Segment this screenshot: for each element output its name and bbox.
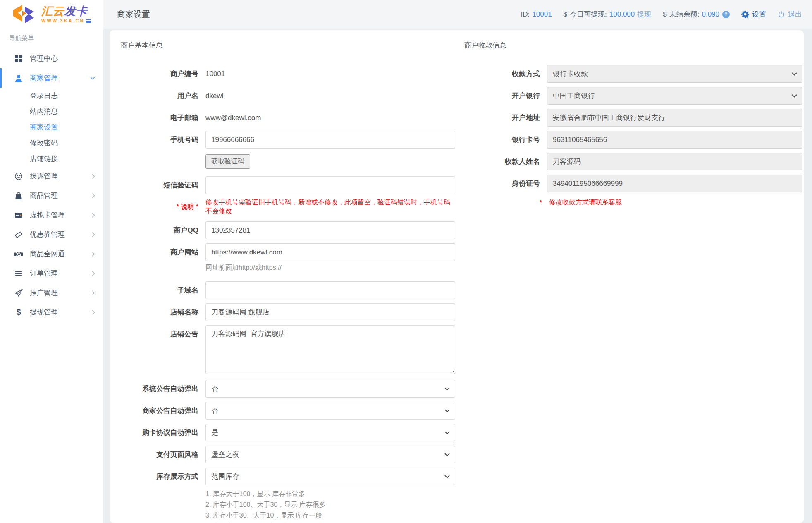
shop-name-input[interactable] xyxy=(205,303,455,321)
unsettled-label: 未结余额: xyxy=(669,10,700,19)
unsettled-value: 0.090 xyxy=(702,10,719,19)
nav-section-label: 导航菜单 xyxy=(0,29,103,49)
sidebar-item-login-log[interactable]: 登录日志 xyxy=(0,88,103,103)
shop-notice-popup-select[interactable]: 否 xyxy=(205,402,455,420)
sidebar-item-label: 虚拟卡管理 xyxy=(30,210,65,220)
sidebar-item-dashboard[interactable]: 管理中心 xyxy=(0,49,103,68)
sidebar-item-label: 提现管理 xyxy=(30,307,58,317)
basic-info-section: 商户基本信息 商户编号 10001 用户名 dkewl 电子邮箱 www@dke… xyxy=(110,41,455,523)
sidebar-item-site-message[interactable]: 站内消息 xyxy=(0,103,103,119)
payment-note-text: 修改收款方式请联系客服 xyxy=(549,198,622,207)
section-title-payment: 商户收款信息 xyxy=(464,41,802,50)
payee-name-input[interactable] xyxy=(547,153,802,170)
id-number-input[interactable] xyxy=(547,175,802,192)
sidebar-item-withdraw[interactable]: $ 提现管理 xyxy=(0,302,103,322)
website-input[interactable] xyxy=(205,243,455,261)
row-sms-code: 短信验证码 xyxy=(121,176,455,194)
bank-label: 开户银行 xyxy=(464,87,547,105)
withdrawable-group: $ 今日可提现: 100.000 提现 xyxy=(564,10,652,19)
stock-display-hints: 1. 库存大于100，显示 库存非常多 2. 库存小于100、大于30，显示 库… xyxy=(205,489,455,523)
chevron-right-icon xyxy=(92,232,95,237)
user-icon xyxy=(14,74,24,82)
sidebar-item-complaints[interactable]: 投诉管理 xyxy=(0,166,103,186)
sms-code-input[interactable] xyxy=(205,176,455,194)
brand-logo-icon xyxy=(12,5,36,24)
merchant-no-label: 商户编号 xyxy=(121,65,205,83)
withdraw-link[interactable]: 提现 xyxy=(637,10,651,19)
card-no-label: 银行卡号 xyxy=(464,131,547,149)
chevron-right-icon xyxy=(92,271,95,276)
logout-button[interactable]: 退出 xyxy=(778,10,802,19)
settings-card: 商户基本信息 商户编号 10001 用户名 dkewl 电子邮箱 www@dke… xyxy=(110,30,804,523)
credit-card-icon xyxy=(14,211,24,219)
subdomain-input[interactable] xyxy=(205,281,455,299)
frown-icon xyxy=(14,172,24,180)
grid-icon xyxy=(14,55,24,63)
row-payee-name: 收款人姓名 xyxy=(464,153,802,170)
power-icon xyxy=(778,11,785,18)
sidebar: 汇云发卡 WWW.3KA.CN 导航菜单 管理中心 商家管理 xyxy=(0,0,103,523)
sidebar-item-change-password[interactable]: 修改密码 xyxy=(0,135,103,151)
sidebar-item-promotion[interactable]: 推广管理 xyxy=(0,283,103,302)
card-no-input[interactable] xyxy=(547,131,802,149)
website-hint: 网址前面加http://或https:// xyxy=(205,264,455,272)
website-label: 商户网站 xyxy=(121,243,205,276)
sidebar-item-label: 商品管理 xyxy=(30,191,58,200)
dollar-icon: $ xyxy=(14,307,24,317)
brand-logo[interactable]: 汇云发卡 WWW.3KA.CN xyxy=(0,0,103,29)
payment-method-select[interactable]: 银行卡收款 xyxy=(547,65,802,83)
stock-hint-1: 1. 库存大于100，显示 库存非常多 xyxy=(205,489,455,499)
row-phone: 手机号码 xyxy=(121,131,455,149)
gear-icon xyxy=(741,10,749,18)
phone-input[interactable] xyxy=(205,131,455,149)
row-payment-method: 收款方式 银行卡收款 xyxy=(464,65,802,83)
help-badge[interactable]: ? xyxy=(722,11,730,18)
topbar: 商家设置 ID: 10001 $ 今日可提现: 100.000 提现 $ 未结余… xyxy=(103,0,812,29)
shop-notice-label: 店铺公告 xyxy=(121,325,205,376)
stock-display-select[interactable]: 范围库存 xyxy=(205,468,455,485)
sidebar-item-label: 投诉管理 xyxy=(30,171,58,181)
sidebar-item-label: 订单管理 xyxy=(30,269,58,278)
row-id-number: 身份证号 xyxy=(464,175,802,192)
submenu-label: 站内消息 xyxy=(30,107,58,116)
qq-label: 商户QQ xyxy=(121,221,205,239)
row-bank: 开户银行 中国工商银行 xyxy=(464,87,802,105)
payee-name-label: 收款人姓名 xyxy=(464,153,547,170)
topbar-right: ID: 10001 $ 今日可提现: 100.000 提现 $ 未结余额: 0.… xyxy=(509,10,802,19)
row-email: 电子邮箱 www@dkewl.com xyxy=(121,109,455,127)
row-shop-notice: 店铺公告 刀客源码网 官方旗舰店 xyxy=(121,325,455,376)
settings-button[interactable]: 设置 xyxy=(741,10,766,19)
row-pay-style: 支付页面风格 堡垒之夜 xyxy=(121,446,455,463)
submenu-label: 登录日志 xyxy=(30,91,58,101)
sidebar-item-orders[interactable]: 订单管理 xyxy=(0,264,103,283)
sidebar-item-coupons[interactable]: 优惠券管理 xyxy=(0,225,103,244)
id-label: ID: xyxy=(521,10,530,19)
row-phone-note: * 说明 * 修改手机号需验证旧手机号码，新增或不修改，此项留空，验证码错误时，… xyxy=(121,198,455,216)
bank-address-input[interactable] xyxy=(547,109,802,127)
sidebar-item-virtual-cards[interactable]: 虚拟卡管理 xyxy=(0,205,103,225)
logout-label: 退出 xyxy=(788,10,802,19)
chevron-right-icon xyxy=(92,290,95,295)
sidebar-item-shop-link[interactable]: 店铺链接 xyxy=(0,151,103,166)
sidebar-item-merchant-settings[interactable]: 商家设置 xyxy=(0,119,103,135)
pay-style-select[interactable]: 堡垒之夜 xyxy=(205,446,455,463)
row-sys-notice-popup: 系统公告自动弹出 否 xyxy=(121,380,455,398)
qq-input[interactable] xyxy=(205,221,455,239)
chevron-right-icon xyxy=(92,252,95,257)
row-agreement-popup: 购卡协议自动弹出 是 xyxy=(121,424,455,441)
shop-notice-textarea[interactable]: 刀客源码网 官方旗舰店 xyxy=(205,325,455,374)
sidebar-item-merchant[interactable]: 商家管理 xyxy=(0,68,103,88)
agreement-popup-select[interactable]: 是 xyxy=(205,424,455,441)
bank-select[interactable]: 中国工商银行 xyxy=(547,87,802,105)
card-glyph-icon xyxy=(86,19,91,23)
row-website: 商户网站 网址前面加http://或https:// xyxy=(121,243,455,276)
dollar-icon: $ xyxy=(663,10,666,19)
get-code-button[interactable]: 获取验证码 xyxy=(205,154,250,169)
id-number-label: 身份证号 xyxy=(464,175,547,192)
submenu-label: 修改密码 xyxy=(30,138,58,148)
row-card-no: 银行卡号 xyxy=(464,131,802,149)
sidebar-item-products[interactable]: 商品管理 xyxy=(0,186,103,205)
brand-domain: WWW.3KA.CN xyxy=(41,19,85,23)
sidebar-item-product-network[interactable]: 商品全网通 xyxy=(0,244,103,264)
sys-notice-popup-select[interactable]: 否 xyxy=(205,380,455,398)
